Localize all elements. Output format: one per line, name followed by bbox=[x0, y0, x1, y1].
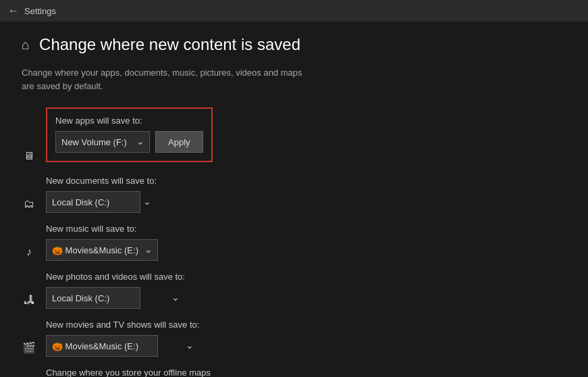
maps-section: Change where you store your offline maps… bbox=[46, 368, 211, 377]
photos-dropdown[interactable]: Local Disk (C:) New Volume (F:) Local Di… bbox=[46, 287, 140, 309]
movies-dropdown-wrapper[interactable]: 🎃 Movies&Music (E:) Local Disk (C:) New … bbox=[46, 335, 199, 357]
apps-controls: New Volume (F:) Local Disk (C:) Local Di… bbox=[55, 131, 203, 153]
apps-section: New apps will save to: New Volume (F:) L… bbox=[46, 107, 213, 162]
movies-icon: 🎬 bbox=[22, 341, 36, 354]
back-button[interactable]: ← bbox=[8, 5, 19, 17]
documents-dropdown[interactable]: Local Disk (C:) New Volume (F:) Local Di… bbox=[46, 191, 140, 213]
apps-icon: 🖥 bbox=[22, 150, 36, 162]
title-bar-text: Settings bbox=[24, 6, 56, 16]
main-content: ⌂ Change where new content is saved Chan… bbox=[0, 22, 588, 377]
page-header: ⌂ Change where new content is saved bbox=[22, 35, 566, 54]
music-dropdown[interactable]: 🎃 Movies&Music (E:) Local Disk (C:) New … bbox=[46, 239, 158, 261]
photos-label: New photos and videos will save to: bbox=[46, 272, 185, 282]
photos-section: New photos and videos will save to: Loca… bbox=[46, 272, 185, 309]
photos-dropdown-wrapper[interactable]: Local Disk (C:) New Volume (F:) Local Di… bbox=[46, 287, 185, 309]
photos-icon: 🏞 bbox=[22, 294, 36, 306]
movies-dropdown[interactable]: 🎃 Movies&Music (E:) Local Disk (C:) New … bbox=[46, 335, 158, 357]
apps-dropdown-wrapper[interactable]: New Volume (F:) Local Disk (C:) Local Di… bbox=[55, 131, 150, 153]
documents-icon: 🗂 bbox=[22, 198, 36, 210]
title-bar: ← Settings bbox=[0, 0, 588, 22]
apply-button[interactable]: Apply bbox=[155, 131, 203, 153]
music-label: New music will save to: bbox=[46, 224, 158, 234]
movies-label: New movies and TV shows will save to: bbox=[46, 320, 199, 330]
page-title: Change where new content is saved bbox=[39, 35, 300, 54]
music-icon: ♪ bbox=[22, 246, 36, 258]
documents-section: New documents will save to: Local Disk (… bbox=[46, 176, 157, 213]
music-section: New music will save to: 🎃 Movies&Music (… bbox=[46, 224, 158, 261]
documents-label: New documents will save to: bbox=[46, 176, 157, 186]
documents-dropdown-wrapper[interactable]: Local Disk (C:) New Volume (F:) Local Di… bbox=[46, 191, 157, 213]
apps-dropdown[interactable]: New Volume (F:) Local Disk (C:) Local Di… bbox=[55, 131, 150, 153]
maps-label: Change where you store your offline maps bbox=[46, 368, 211, 377]
movies-section: New movies and TV shows will save to: 🎃 … bbox=[46, 320, 199, 357]
music-dropdown-wrapper[interactable]: 🎃 Movies&Music (E:) Local Disk (C:) New … bbox=[46, 239, 158, 261]
apps-label: New apps will save to: bbox=[55, 116, 203, 126]
page-subtitle: Change where your apps, documents, music… bbox=[22, 66, 566, 93]
home-icon: ⌂ bbox=[22, 37, 30, 53]
